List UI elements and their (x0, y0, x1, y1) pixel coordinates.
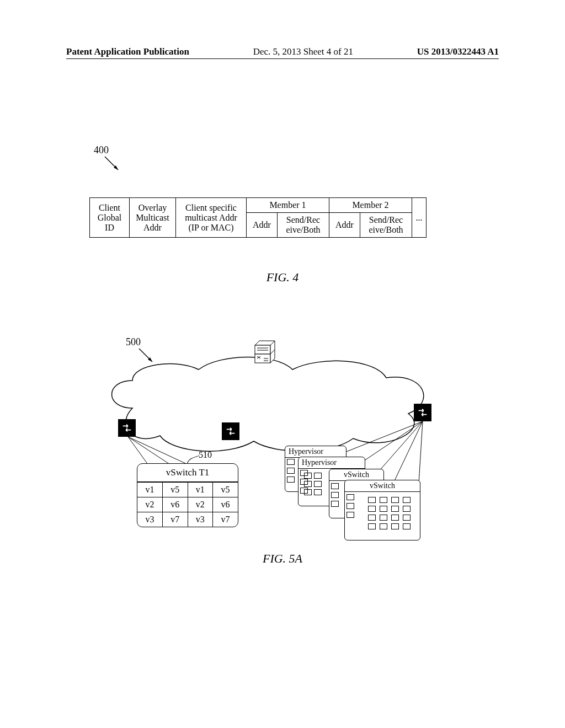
vswitch-label: vSwitch (329, 469, 383, 481)
arrow-icon (104, 156, 126, 178)
col-m1-srb: Send/Rec eive/Both (278, 213, 329, 238)
vswitch-t1-table: v1 v5 v1 v5 v2 v6 v2 v6 v3 v7 v3 v7 (137, 482, 238, 527)
switch-icon (118, 419, 136, 437)
port-grid (300, 470, 308, 494)
fig4-table: Client Global ID Overlay Multicast Addr … (89, 197, 427, 238)
port-grid (347, 494, 354, 518)
header-right: US 2013/0322443 A1 (417, 46, 499, 57)
vswitch-box-2: vSwitch (344, 480, 420, 540)
switch-icon (414, 404, 431, 421)
callout-510: 510 (199, 450, 212, 460)
col-more: ... (412, 198, 427, 238)
col-m2-addr: Addr (329, 213, 360, 238)
fig4-caption: FIG. 4 (0, 270, 565, 285)
col-m1-addr: Addr (247, 213, 278, 238)
fig4-reference-number: 400 (94, 144, 109, 156)
svg-rect-5 (255, 345, 270, 354)
port-grid (331, 483, 339, 507)
col-overlay-multicast-addr: Overlay Multicast Addr (130, 198, 176, 238)
fig5-caption: FIG. 5A (0, 552, 565, 566)
server-icon (253, 340, 277, 365)
col-m2-srb: Send/Rec eive/Both (360, 213, 412, 238)
vswitch-t1-title: vSwitch T1 (137, 464, 238, 482)
table-row: v2 v6 v2 v6 (137, 497, 238, 512)
vswitch-t1-box: vSwitch T1 v1 v5 v1 v5 v2 v6 v2 v6 v3 v7… (137, 463, 238, 527)
header-left: Patent Application Publication (66, 46, 189, 57)
page-header: Patent Application Publication Dec. 5, 2… (66, 46, 499, 59)
fig4-header-row-1: Client Global ID Overlay Multicast Addr … (90, 198, 427, 213)
col-client-global-id: Client Global ID (90, 198, 130, 238)
col-client-specific-multicast-addr: Client specific multicast Addr (IP or MA… (176, 198, 247, 238)
col-member-2: Member 2 (329, 198, 412, 213)
port-grid (287, 459, 295, 483)
port-grid (366, 495, 414, 532)
table-row: v1 v5 v1 v5 (137, 483, 238, 497)
vswitch-label: vSwitch (345, 480, 420, 492)
switch-icon (222, 422, 239, 440)
table-row: v3 v7 v3 v7 (137, 512, 238, 527)
hypervisor-label: Hypervisor (299, 457, 365, 469)
header-mid: Dec. 5, 2013 Sheet 4 of 21 (253, 46, 353, 57)
col-member-1: Member 1 (247, 198, 329, 213)
fig5-diagram: 500 510 vSwitch T1 (99, 331, 441, 552)
hypervisor-label: Hypervisor (285, 446, 346, 458)
